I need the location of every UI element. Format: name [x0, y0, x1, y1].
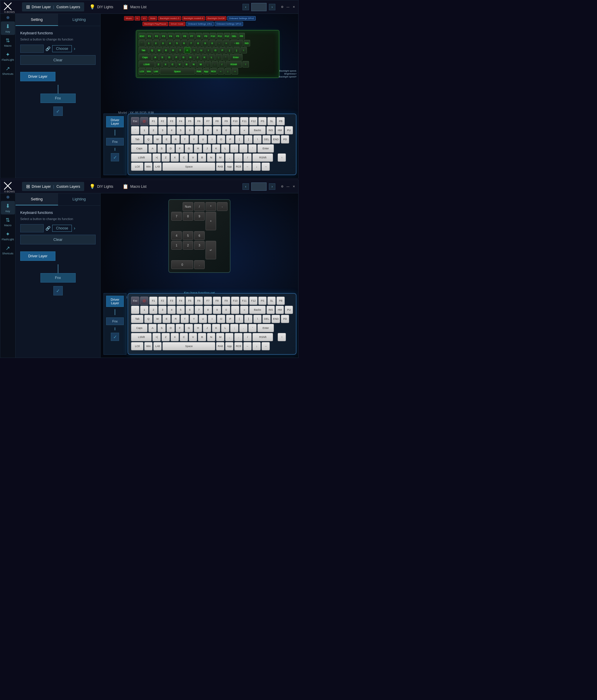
vk-e[interactable]: E — [162, 135, 171, 144]
minimize-icon[interactable]: — — [286, 5, 290, 9]
vk-del[interactable]: DEL — [262, 135, 271, 144]
vk-sl[interactable]: SL — [267, 117, 276, 125]
vk-minus[interactable]: - — [231, 126, 239, 134]
vk-f5[interactable]: F5 — [186, 117, 194, 125]
confirm-button[interactable]: ✓ — [53, 106, 63, 116]
nk-minus[interactable]: - — [217, 202, 228, 211]
g-caps[interactable]: Caps — [139, 54, 152, 60]
g-esc[interactable]: ESC — [139, 33, 146, 39]
confirm-btn-1[interactable]: ✓ — [111, 153, 119, 161]
vk-u[interactable]: U — [199, 135, 207, 144]
vk-apos[interactable]: ' — [249, 144, 257, 153]
g-4[interactable]: 4 — [167, 40, 173, 46]
nav-next-button-2[interactable]: › — [269, 183, 275, 190]
vk-r[interactable]: R — [172, 135, 180, 144]
vk2-dot[interactable]: . — [239, 324, 248, 332]
g-f11[interactable]: F11 — [217, 33, 223, 39]
confirm-button-2[interactable]: ✓ — [53, 286, 63, 295]
vk-up[interactable]: ↑ — [278, 153, 286, 161]
vk2-b[interactable]: B — [198, 333, 206, 341]
vk-f8[interactable]: F8 — [213, 117, 221, 125]
g-lshift[interactable]: LShift — [139, 61, 155, 68]
vk2-down[interactable]: ↓ — [253, 342, 261, 350]
vk2-cancel[interactable]: ⊘ — [140, 297, 148, 305]
fnx-btn-1[interactable]: Fnx — [106, 138, 124, 146]
g-n[interactable]: N — [190, 61, 197, 68]
g-f2[interactable]: F2 — [153, 33, 160, 39]
close-icon-2[interactable]: ✕ — [292, 184, 296, 189]
vk2-pd[interactable]: PD — [281, 315, 289, 323]
vk-z[interactable]: Z — [161, 153, 170, 161]
vk-ralt[interactable]: RAlt — [216, 162, 224, 171]
g-lctl[interactable]: LCtl — [139, 68, 145, 75]
vk2-lbr[interactable]: [ — [235, 315, 243, 323]
g-1[interactable]: 1 — [146, 40, 152, 46]
g-5[interactable]: 5 — [174, 40, 180, 46]
g-ralt[interactable]: RAlt — [196, 68, 202, 75]
vk-f[interactable]: F — [176, 144, 184, 153]
driver-layer-button-2[interactable]: Driver Layer — [20, 251, 55, 261]
vk-f4[interactable]: F4 — [177, 117, 185, 125]
setting-tab-setting-2[interactable]: Setting — [16, 193, 58, 205]
vk-rctl[interactable]: RCtl — [234, 162, 242, 171]
vk2-bs[interactable]: Backs — [249, 306, 266, 314]
vk-q[interactable]: Q — [144, 135, 153, 144]
g-app[interactable]: App — [203, 68, 209, 75]
vk-f10[interactable]: F10 — [231, 117, 239, 125]
vk2-hm[interactable]: HM — [276, 306, 284, 314]
vk2-o[interactable]: O — [217, 315, 225, 323]
vk2-bsl[interactable]: \ — [253, 315, 262, 323]
g-tilde[interactable]: ` — [139, 40, 145, 46]
nk-div[interactable]: / — [194, 202, 205, 211]
vk2-f5[interactable]: F5 — [186, 297, 194, 305]
vk-tilde[interactable]: ` — [131, 126, 139, 134]
clear-button[interactable]: Clear — [20, 55, 96, 65]
vk-c[interactable]: C — [180, 153, 188, 161]
vk-x[interactable]: X — [171, 153, 179, 161]
g-k[interactable]: K — [202, 54, 208, 60]
vk-lalt[interactable]: LAlt — [153, 162, 161, 171]
g-rshift[interactable]: RShift — [226, 61, 242, 68]
nk-mul[interactable]: * — [206, 202, 216, 211]
vk-f9[interactable]: F9 — [222, 117, 230, 125]
nk-plus[interactable]: + — [206, 212, 216, 230]
g-ins[interactable]: INS — [244, 40, 250, 46]
vk-lbr[interactable]: [ — [235, 135, 243, 144]
vk2-slash[interactable]: / — [243, 333, 252, 341]
g-arrow-accent[interactable]: Λ — [184, 47, 190, 53]
vk-f7[interactable]: F7 — [204, 117, 212, 125]
vk-dot[interactable]: . — [239, 144, 248, 153]
g-f6[interactable]: F6 — [182, 33, 188, 39]
vk2-d[interactable]: D — [166, 324, 175, 332]
g-3[interactable]: 3 — [160, 40, 166, 46]
vk2-sl[interactable]: SL — [267, 297, 276, 305]
nav-next-button[interactable]: › — [269, 4, 275, 10]
g-enter[interactable]: Enter — [230, 54, 242, 60]
g-l[interactable]: L — [208, 54, 215, 60]
vk2-l[interactable]: L — [221, 324, 229, 332]
g-prsc[interactable]: PR — [238, 33, 245, 39]
g-t[interactable]: T — [177, 47, 184, 53]
setting-tab-lighting-2[interactable]: Lighting — [58, 193, 101, 205]
vk2-rctl[interactable]: RCtl — [234, 342, 242, 350]
vk2-8[interactable]: 8 — [204, 306, 212, 314]
vk2-space[interactable]: Space — [162, 342, 215, 350]
tab-macro-list[interactable]: 📋 Macro List — [119, 2, 150, 11]
sidebar-item-shortcuts[interactable]: ↗ Shortcuts — [1, 64, 15, 77]
vk-f2[interactable]: F2 — [158, 117, 166, 125]
nav-prev-button[interactable]: ‹ — [242, 4, 249, 10]
vk2-i[interactable]: I — [208, 315, 216, 323]
g-bsl[interactable]: \ — [240, 47, 247, 53]
vk-app[interactable]: App — [225, 162, 233, 171]
vk-6[interactable]: 6 — [186, 126, 194, 134]
vk2-pipe[interactable]: >| — [153, 333, 161, 341]
vk2-0[interactable]: 0 — [222, 306, 230, 314]
vk2-5[interactable]: 5 — [177, 306, 185, 314]
nav-prev-button-2[interactable]: ‹ — [242, 183, 249, 190]
vk-1[interactable]: 1 — [140, 126, 148, 134]
g-apos[interactable]: ' — [223, 54, 229, 60]
vk-esc[interactable]: Esc — [131, 117, 139, 125]
g-0[interactable]: 0 — [209, 40, 215, 46]
tab-driver-layer[interactable]: ⊞ Driver Layer | Custom Layers — [22, 2, 84, 11]
vk-bs[interactable]: Backs — [249, 126, 266, 134]
